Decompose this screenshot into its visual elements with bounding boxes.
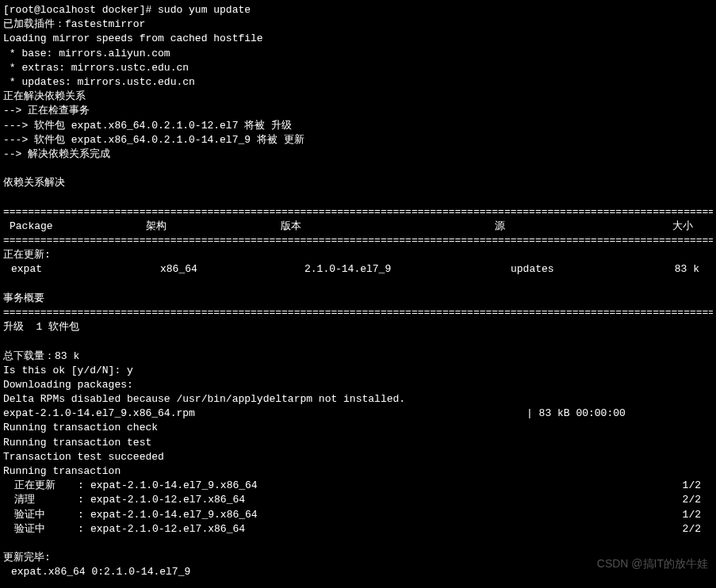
trans-action: 验证中	[14, 508, 78, 522]
run-test: Running transaction test	[3, 436, 713, 450]
blank	[3, 277, 713, 292]
trans-pkg: expat-2.1.0-12.el7.x86_64	[90, 523, 245, 535]
blank	[3, 580, 713, 589]
cell-version: 2.1.0-14.el7_9	[281, 262, 495, 277]
table-header: Package 架构 版本 源 大小	[3, 220, 713, 234]
transaction-line: 验证中: expat-2.1.0-14.el7_9.x86_641/2	[3, 508, 713, 522]
output-line: ---> 软件包 expat.x86_64.0.2.1.0-12.el7 将被 …	[3, 119, 713, 133]
divider-mid: ========================================…	[3, 234, 713, 248]
confirm-answer: y	[127, 365, 133, 376]
cell-size: 83 k	[645, 262, 699, 277]
output-line: --> 正在检查事务	[3, 104, 713, 118]
output-line: 依赖关系解决	[3, 176, 713, 190]
output-line	[3, 162, 713, 176]
trans-action: 验证中	[14, 522, 78, 536]
confirm-line[interactable]: Is this ok [y/d/N]: y	[3, 364, 713, 378]
command: sudo yum update	[158, 4, 251, 16]
output-line: --> 解决依赖关系完成	[3, 147, 713, 162]
trans-action: 正在更新	[14, 479, 78, 493]
test-ok: Transaction test succeeded	[3, 450, 713, 464]
colon: :	[78, 522, 90, 536]
colon: :	[78, 479, 90, 493]
rpm-file: expat-2.1.0-14.el7_9.x86_64.rpm	[3, 407, 526, 421]
output-line	[3, 190, 713, 204]
output-line: * base: mirrors.aliyun.com	[3, 47, 713, 61]
prompt-line-1: [root@localhost docker]# sudo yum update	[3, 3, 713, 17]
header-package: Package	[3, 220, 146, 234]
output-line: ---> 软件包 expat.x86_64.0.2.1.0-14.el7_9 将…	[3, 133, 713, 147]
header-version: 版本	[281, 220, 495, 234]
cell-source: updates	[495, 262, 645, 277]
delta-msg: Delta RPMs disabled because /usr/bin/app…	[3, 392, 713, 407]
transaction-line: 验证中: expat-2.1.0-12.el7.x86_642/2	[3, 522, 713, 536]
summary-label: 事务概要	[3, 292, 713, 306]
prompt: [root@localhost docker]#	[3, 4, 158, 16]
divider-top: ========================================…	[3, 205, 713, 220]
header-arch: 架构	[146, 220, 281, 234]
header-source: 源	[495, 220, 645, 234]
output-line: * updates: mirrors.ustc.edu.cn	[3, 75, 713, 90]
colon: :	[78, 493, 90, 507]
colon: :	[78, 508, 90, 522]
rpm-progress: | 83 kB 00:00:00	[526, 407, 713, 421]
run-check: Running transaction check	[3, 421, 713, 435]
run-trans: Running transaction	[3, 464, 713, 479]
output-line: 已加载插件：fastestmirror	[3, 17, 713, 32]
trans-count: 2/2	[669, 493, 701, 507]
transaction-line: 清理: expat-2.1.0-12.el7.x86_642/2	[3, 493, 713, 507]
cell-arch: x86_64	[146, 262, 281, 277]
output-line: Loading mirror speeds from cached hostfi…	[3, 32, 713, 46]
trans-pkg: expat-2.1.0-14.el7_9.x86_64	[90, 509, 258, 521]
transaction-line: 正在更新: expat-2.1.0-14.el7_9.x86_641/2	[3, 479, 713, 493]
trans-pkg: expat-2.1.0-12.el7.x86_64	[90, 494, 245, 506]
blank	[3, 334, 713, 349]
trans-count: 1/2	[669, 479, 701, 493]
trans-action: 清理	[14, 493, 78, 507]
blank	[3, 536, 713, 551]
trans-count: 1/2	[669, 508, 701, 522]
updating-label: 正在更新:	[3, 248, 713, 262]
trans-pkg: expat-2.1.0-14.el7_9.x86_64	[90, 479, 258, 491]
upgrade-count: 升级 1 软件包	[3, 320, 713, 334]
trans-count: 2/2	[669, 522, 701, 536]
rpm-progress-line: expat-2.1.0-14.el7_9.x86_64.rpm | 83 kB …	[3, 407, 713, 421]
watermark: CSDN @搞IT的放牛娃	[597, 556, 708, 572]
downloading-label: Downloading packages:	[3, 378, 713, 392]
output-line: 正在解决依赖关系	[3, 90, 713, 104]
table-row: expat x86_64 2.1.0-14.el7_9 updates 83 k	[3, 262, 713, 277]
confirm-prompt: Is this ok [y/d/N]:	[3, 365, 127, 376]
divider-bottom: ========================================…	[3, 306, 713, 320]
header-size: 大小	[645, 220, 693, 234]
output-line: * extras: mirrors.ustc.edu.cn	[3, 61, 713, 75]
cell-package: expat	[3, 262, 146, 277]
total-download: 总下载量：83 k	[3, 349, 713, 364]
